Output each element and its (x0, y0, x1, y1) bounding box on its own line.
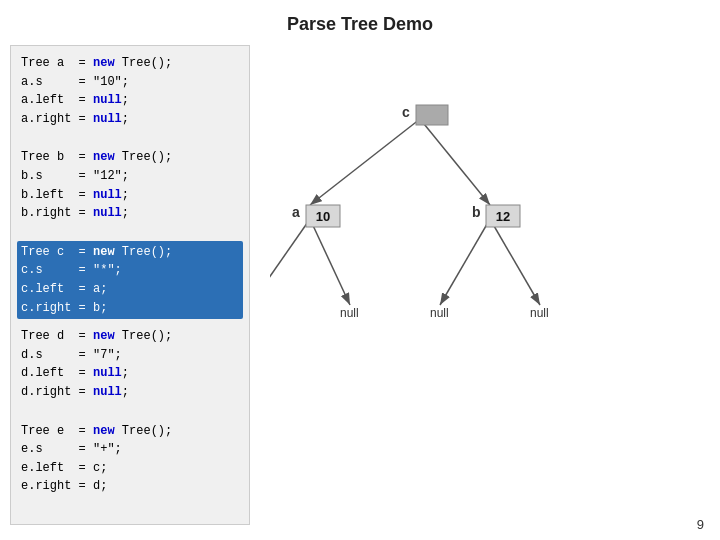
node-a: a10 (292, 204, 340, 227)
code-line: Tree c = new Tree(); (21, 243, 239, 262)
diagram-edge (490, 219, 540, 305)
code-block-block_e: Tree e = new Tree();e.s = "+";e.left = c… (21, 422, 239, 496)
code-line: e.s = "+"; (21, 440, 239, 459)
code-line: b.right = null; (21, 204, 239, 223)
diagram-edge (310, 119, 420, 205)
svg-text:a: a (292, 204, 300, 220)
node-null: null (340, 306, 359, 320)
code-block-block_d: Tree d = new Tree();d.s = "7";d.left = n… (21, 327, 239, 401)
code-line: d.left = null; (21, 364, 239, 383)
code-line: a.s = "10"; (21, 73, 239, 92)
code-panel: Tree a = new Tree();a.s = "10";a.left = … (10, 45, 250, 525)
code-block-block_a: Tree a = new Tree();a.s = "10";a.left = … (21, 54, 239, 128)
code-line: Tree b = new Tree(); (21, 148, 239, 167)
node-null: null (430, 306, 449, 320)
svg-text:b: b (472, 204, 481, 220)
code-line: d.right = null; (21, 383, 239, 402)
code-line: e.right = d; (21, 477, 239, 496)
page-title: Parse Tree Demo (0, 0, 720, 45)
node-null: null (530, 306, 549, 320)
page-number: 9 (697, 517, 704, 532)
node-c: c (402, 104, 448, 125)
diagram-edge (270, 219, 310, 305)
code-block-block_b: Tree b = new Tree();b.s = "12";b.left = … (21, 148, 239, 222)
code-line: Tree d = new Tree(); (21, 327, 239, 346)
diagram-edge (420, 119, 490, 205)
code-line: c.s = "*"; (21, 261, 239, 280)
code-line: c.right = b; (21, 299, 239, 318)
code-line: e.left = c; (21, 459, 239, 478)
code-line: d.s = "7"; (21, 346, 239, 365)
code-block-block_c: Tree c = new Tree();c.s = "*";c.left = a… (17, 241, 243, 319)
diagram-svg: ca10b12nullnullnullnull (270, 45, 710, 365)
code-line: Tree e = new Tree(); (21, 422, 239, 441)
code-line: b.left = null; (21, 186, 239, 205)
svg-text:10: 10 (316, 209, 330, 224)
code-line: b.s = "12"; (21, 167, 239, 186)
diagram-edge (440, 219, 490, 305)
code-line: c.left = a; (21, 280, 239, 299)
code-line: Tree a = new Tree(); (21, 54, 239, 73)
svg-text:c: c (402, 104, 410, 120)
svg-rect-2 (416, 105, 448, 125)
code-line: a.right = null; (21, 110, 239, 129)
svg-text:12: 12 (496, 209, 510, 224)
diagram-edge (310, 219, 350, 305)
node-b: b12 (472, 204, 520, 227)
diagram-panel: ca10b12nullnullnullnull (270, 45, 710, 525)
code-line: a.left = null; (21, 91, 239, 110)
